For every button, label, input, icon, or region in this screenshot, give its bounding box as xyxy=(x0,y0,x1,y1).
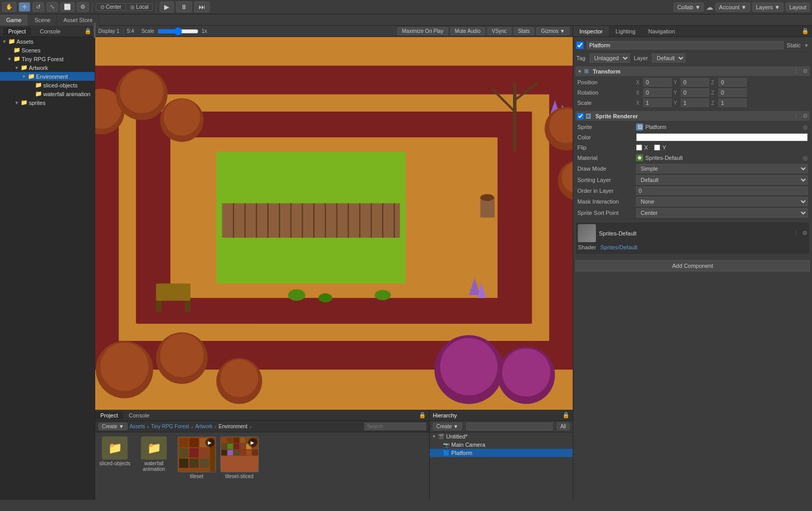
project-lock-icon[interactable]: 🔒 xyxy=(419,412,426,418)
tree-item-assets[interactable]: ▼ 📁 Assets xyxy=(0,37,95,46)
hierarchy-platform[interactable]: 🟦 Platform xyxy=(430,449,573,457)
project-tab[interactable]: Project xyxy=(3,27,31,35)
hierarchy-all-button[interactable]: All xyxy=(557,423,570,430)
scale-tool-button[interactable]: ⤡ xyxy=(46,2,58,12)
scale-x-input[interactable] xyxy=(643,99,672,107)
custom-tool-button[interactable]: ⚙ xyxy=(77,2,89,12)
pos-x-input[interactable] xyxy=(643,78,672,86)
cloud-icon[interactable]: ☁ xyxy=(706,3,713,11)
tag-select[interactable]: Untagged xyxy=(590,53,630,63)
sprite-renderer-menu-icon[interactable]: ⋮ xyxy=(793,113,799,119)
tree-item-waterfall[interactable]: 📁 waterfall animation xyxy=(0,89,95,98)
tab-inspector[interactable]: Inspector xyxy=(573,26,609,36)
layer-select[interactable]: Default xyxy=(652,53,685,63)
tab-navigation[interactable]: Navigation xyxy=(642,26,682,36)
tree-item-tiny-rpg[interactable]: ▼ 📁 Tiny RPG Forest xyxy=(0,54,95,63)
flip-y-checkbox[interactable] xyxy=(654,144,660,151)
static-dropdown-icon[interactable]: ▼ xyxy=(804,43,809,48)
sprite-renderer-header[interactable]: 🖼 Sprite Renderer ⋮ ⚙ xyxy=(575,111,810,121)
transform-settings-icon[interactable]: ⚙ xyxy=(803,68,808,75)
scene-view[interactable] xyxy=(95,37,573,410)
hierarchy-lock-icon[interactable]: 🔒 xyxy=(562,412,570,418)
hierarchy-create-button[interactable]: Create ▼ xyxy=(433,423,462,430)
order-layer-input[interactable] xyxy=(636,187,808,195)
bc-sep3: › xyxy=(215,424,217,430)
scale-y-input[interactable] xyxy=(681,99,709,107)
layout-button[interactable]: Layout xyxy=(786,3,810,12)
pos-z-label: Z xyxy=(711,80,717,85)
object-enabled-checkbox[interactable] xyxy=(576,42,584,49)
asset-tileset-sliced[interactable]: ▶ xyxy=(220,436,259,479)
hand-tool-button[interactable]: ✋ xyxy=(2,2,16,12)
rect-tool-button[interactable]: ⬜ xyxy=(60,2,75,12)
scale-z-input[interactable] xyxy=(718,99,747,107)
sprite-sort-select[interactable]: Center xyxy=(636,208,808,217)
breadcrumb-assets[interactable]: Assets xyxy=(130,424,145,429)
material-picker-icon[interactable]: ◎ xyxy=(803,155,808,161)
tree-item-artwork[interactable]: ▼ 📁 Artwork xyxy=(0,63,95,72)
folder-sliced-objects[interactable]: 📁 sliced-objects xyxy=(99,436,131,466)
shader-value[interactable]: Sprites/Default xyxy=(600,244,637,250)
sprites-default-menu-icon[interactable]: ⋮ xyxy=(793,230,799,236)
sprite-picker-icon[interactable]: ◎ xyxy=(803,124,808,131)
asset-tileset[interactable]: ▶ xyxy=(178,436,216,479)
stats-button[interactable]: Stats xyxy=(514,27,535,35)
step-button[interactable]: ⏭ xyxy=(194,2,210,12)
hierarchy-scene-root[interactable]: ▼ 🎬 Untitled* xyxy=(430,432,573,441)
pos-y-input[interactable] xyxy=(681,78,709,86)
rot-z-input[interactable] xyxy=(718,88,747,97)
draw-mode-select[interactable]: Simple xyxy=(636,164,808,173)
transform-header[interactable]: ▼ ⊞ Transform ⋮ ⚙ xyxy=(575,66,810,76)
gizmos-button[interactable]: Gizmos ▼ xyxy=(536,27,570,35)
pause-button[interactable]: ⏸ xyxy=(176,2,192,12)
space-button[interactable]: ◎ Local xyxy=(126,4,153,10)
lock-icon[interactable]: 🔒 xyxy=(84,28,92,34)
tileset-play-icon[interactable]: ▶ xyxy=(205,438,215,447)
scale-slider[interactable] xyxy=(157,27,199,35)
rot-y-input[interactable] xyxy=(681,88,709,97)
sprite-renderer-settings-icon[interactable]: ⚙ xyxy=(803,113,808,119)
maximize-on-play-button[interactable]: Maximize On Play xyxy=(397,27,448,35)
mask-interaction-select[interactable]: None xyxy=(636,197,808,206)
hierarchy-main-camera[interactable]: 📷 Main Camera xyxy=(430,441,573,449)
breadcrumb-tiny-rpg[interactable]: Tiny RPG Forest xyxy=(151,424,189,429)
project-header-tab[interactable]: Project xyxy=(95,411,123,419)
object-name-input[interactable] xyxy=(587,41,784,49)
account-button[interactable]: Account ▼ xyxy=(715,3,750,12)
rot-x-input[interactable] xyxy=(643,88,672,97)
tree-item-environment[interactable]: ▼ 📁 Environment xyxy=(0,72,95,81)
console-tab[interactable]: Console xyxy=(34,27,66,35)
sorting-layer-select[interactable]: Default xyxy=(636,175,808,185)
pivot-button[interactable]: ⊙ Center xyxy=(96,4,126,10)
tree-item-sliced-objects[interactable]: 📁 sliced-objects xyxy=(0,81,95,89)
hierarchy-search-input[interactable] xyxy=(466,423,553,430)
tree-item-sprites[interactable]: ▼ 📁 sprites xyxy=(0,98,95,107)
sprites-default-settings-icon[interactable]: ⚙ xyxy=(802,230,807,236)
tab-lighting[interactable]: Lighting xyxy=(609,26,642,36)
move-tool-button[interactable]: ✛ xyxy=(19,2,30,12)
layers-button[interactable]: Layers ▼ xyxy=(752,3,784,12)
vsync-button[interactable]: VSync xyxy=(487,27,511,35)
collab-button[interactable]: Collab ▼ xyxy=(674,3,704,12)
tab-game[interactable]: Game xyxy=(0,14,28,26)
create-button[interactable]: Create ▼ xyxy=(98,423,128,430)
tab-asset-store[interactable]: Asset Store xyxy=(57,14,99,26)
asset-search-input[interactable] xyxy=(364,423,426,430)
tree-item-scenes[interactable]: 📁 Scenes xyxy=(0,46,95,54)
transform-menu-icon[interactable]: ⋮ xyxy=(793,68,799,75)
mute-audio-button[interactable]: Mute Audio xyxy=(450,27,485,35)
play-button[interactable]: ▶ xyxy=(160,2,174,12)
breadcrumb-artwork[interactable]: Artwork xyxy=(195,424,213,429)
color-swatch[interactable] xyxy=(636,133,808,141)
add-component-button[interactable]: Add Component xyxy=(575,260,810,271)
console-header-tab[interactable]: Console xyxy=(123,411,155,419)
tileset-sliced-play-icon[interactable]: ▶ xyxy=(248,438,257,447)
folder-waterfall[interactable]: 📁 waterfall animation xyxy=(135,436,173,472)
inspector-lock-icon[interactable]: 🔒 xyxy=(802,28,809,34)
pos-z-input[interactable] xyxy=(718,78,747,86)
tab-scene[interactable]: Scene xyxy=(28,14,57,26)
rotate-tool-button[interactable]: ↺ xyxy=(32,2,44,12)
flip-x-checkbox[interactable] xyxy=(636,144,642,151)
hierarchy-tab-label[interactable]: Hierarchy xyxy=(433,412,457,418)
sprite-renderer-checkbox[interactable] xyxy=(577,113,584,119)
